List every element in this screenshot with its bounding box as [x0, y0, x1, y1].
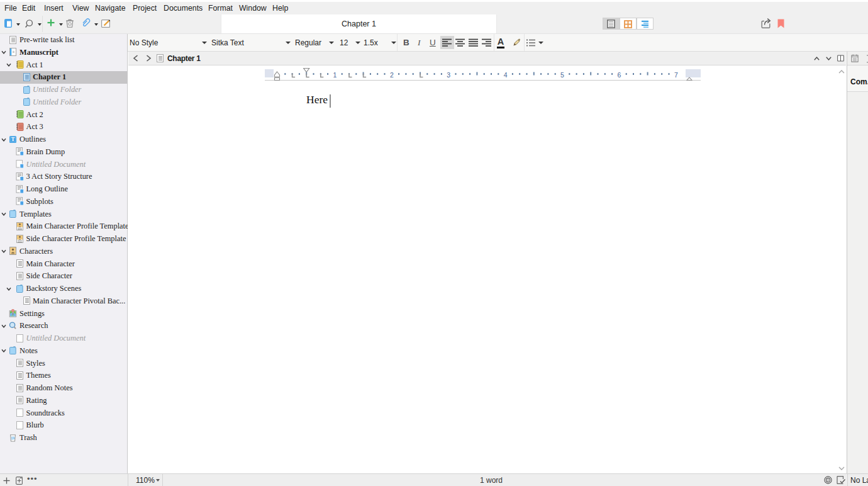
svg-text:7: 7: [674, 71, 678, 79]
svg-text:3: 3: [447, 71, 450, 79]
svg-text:6: 6: [617, 71, 621, 79]
svg-text:1: 1: [333, 71, 337, 79]
svg-text:2: 2: [390, 71, 394, 79]
svg-text:5: 5: [560, 71, 564, 79]
svg-text:4: 4: [504, 71, 508, 79]
